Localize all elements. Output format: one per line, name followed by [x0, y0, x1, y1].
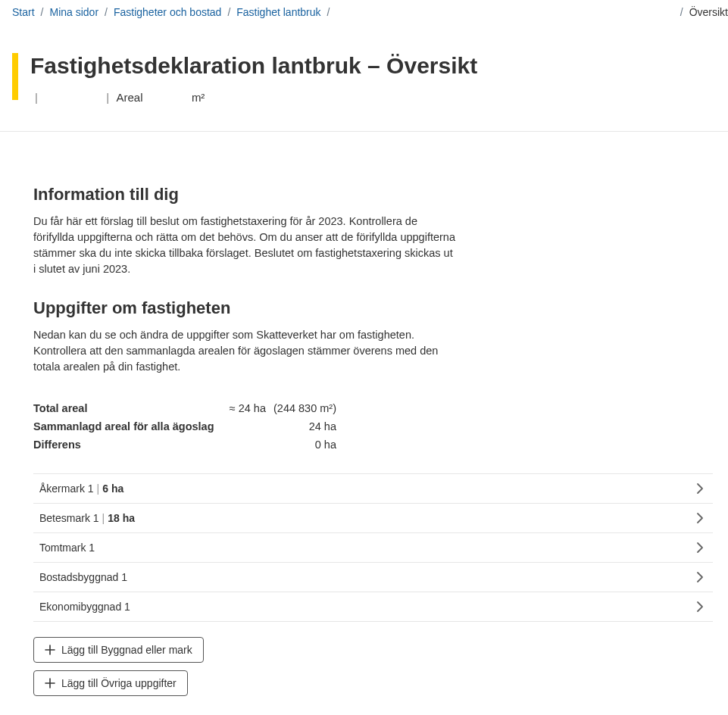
breadcrumb-link-minasidor[interactable]: Mina sidor: [49, 6, 98, 18]
chevron-right-icon: [693, 541, 707, 554]
chevron-right-icon: [693, 482, 707, 495]
add-building-button[interactable]: Lägg till Byggnad eller mark: [33, 637, 204, 663]
item-row[interactable]: Åkermark 1|6 ha: [33, 474, 713, 504]
areal-label: Differens: [33, 439, 81, 451]
info-heading: Information till dig: [33, 185, 685, 205]
uppgifter-body: Nedan kan du se och ändra de uppgifter s…: [33, 327, 458, 375]
page-subline: | | Areal m²: [30, 91, 477, 104]
chevron-right-icon: [693, 600, 707, 614]
breadcrumb-sep: /: [102, 6, 111, 18]
areal-label: Total areal: [33, 402, 87, 414]
breadcrumb-link-lantbruk[interactable]: Fastighet lantbruk: [236, 6, 320, 18]
areal-table: Total areal ≈ 24 ha (244 830 m²) Sammanl…: [33, 399, 336, 454]
breadcrumb-sep: /: [324, 6, 333, 18]
page-title: Fastighetsdeklaration lantbruk – Översik…: [30, 53, 477, 79]
page-title-block: Fastighetsdeklaration lantbruk – Översik…: [0, 53, 728, 104]
info-body: Du får här ett förslag till beslut om fa…: [33, 214, 458, 277]
item-row[interactable]: Betesmark 1|18 ha: [33, 504, 713, 533]
plus-icon: [45, 678, 55, 688]
areal-row-sammanlagd: Sammanlagd areal för alla ägoslag 24 ha: [33, 417, 336, 436]
item-row-label: Åkermark 1|6 ha: [39, 482, 123, 495]
chevron-right-icon: [693, 511, 707, 525]
breadcrumb-sep: /: [677, 6, 686, 18]
add-other-button[interactable]: Lägg till Övriga uppgifter: [33, 670, 188, 696]
add-building-label: Lägg till Byggnad eller mark: [61, 644, 192, 656]
subline-areal-unit: m²: [192, 91, 205, 104]
item-row-label: Betesmark 1|18 ha: [39, 512, 135, 524]
items-list: Åkermark 1|6 haBetesmark 1|18 haTomtmark…: [33, 473, 713, 622]
uppgifter-heading: Uppgifter om fastigheten: [33, 298, 685, 318]
add-other-label: Lägg till Övriga uppgifter: [61, 677, 177, 689]
areal-value: 24 ha: [309, 420, 336, 432]
item-row[interactable]: Tomtmark 1: [33, 533, 713, 563]
breadcrumb-sep: /: [38, 6, 47, 18]
areal-extra: (244 830 m²): [273, 402, 336, 414]
item-row[interactable]: Ekonomibyggnad 1: [33, 592, 713, 622]
areal-value: 0 ha: [315, 439, 336, 451]
breadcrumb: Start / Mina sidor / Fastigheter och bos…: [0, 0, 728, 30]
areal-value: ≈ 24 ha: [230, 402, 266, 414]
breadcrumb-sep: /: [224, 6, 233, 18]
chevron-right-icon: [693, 570, 707, 584]
areal-row-differens: Differens 0 ha: [33, 436, 336, 454]
plus-icon: [45, 645, 55, 655]
accent-bar: [12, 53, 18, 100]
item-row-label: Bostadsbyggnad 1: [39, 571, 127, 583]
areal-row-total: Total areal ≈ 24 ha (244 830 m²): [33, 399, 336, 417]
item-row[interactable]: Bostadsbyggnad 1: [33, 563, 713, 592]
subline-areal-label: Areal: [117, 91, 143, 104]
breadcrumb-link-fastigheter[interactable]: Fastigheter och bostad: [114, 6, 221, 18]
areal-label: Sammanlagd areal för alla ägoslag: [33, 420, 214, 432]
item-row-label: Tomtmark 1: [39, 542, 95, 554]
item-row-label: Ekonomibyggnad 1: [39, 601, 130, 613]
breadcrumb-link-start[interactable]: Start: [12, 6, 35, 18]
breadcrumb-current: Översikt: [689, 6, 728, 18]
